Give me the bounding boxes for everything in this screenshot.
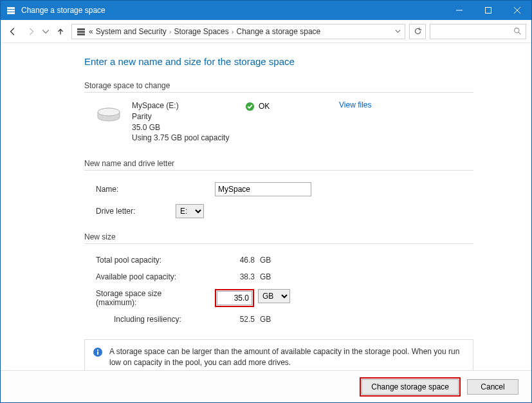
title-bar: Change a storage space — [1, 1, 531, 20]
storage-size-input[interactable] — [217, 291, 252, 305]
name-input[interactable] — [215, 182, 311, 196]
svg-point-13 — [98, 108, 120, 116]
drive-letter-label: Drive letter: — [96, 207, 176, 216]
recent-dropdown[interactable] — [42, 24, 50, 39]
hard-drive-icon — [96, 100, 122, 124]
back-button[interactable] — [6, 24, 20, 39]
space-type: Parity — [132, 111, 235, 122]
name-label: Name: — [96, 185, 215, 194]
breadcrumb-item[interactable]: Storage Spaces — [174, 27, 228, 36]
svg-rect-4 — [485, 8, 491, 14]
status-text: OK — [259, 102, 270, 111]
page-heading: Enter a new name and size for the storag… — [84, 56, 473, 67]
section-new-name: New name and drive letter — [84, 159, 473, 171]
info-text: A storage space can be larger than the a… — [109, 346, 465, 368]
svg-rect-2 — [7, 12, 15, 14]
breadcrumb-item[interactable]: Change a storage space — [236, 27, 320, 36]
nav-bar: « System and Security › Storage Spaces ›… — [1, 20, 531, 43]
address-bar[interactable]: « System and Security › Storage Spaces ›… — [71, 24, 405, 39]
close-button[interactable] — [502, 1, 531, 20]
forward-button[interactable] — [24, 24, 38, 39]
total-capacity-value: 46.8 — [215, 256, 260, 265]
gb-unit: GB — [260, 272, 286, 281]
resiliency-value: 52.5 — [215, 315, 260, 324]
address-dropdown-icon[interactable] — [395, 27, 401, 36]
highlight-size-input — [215, 289, 254, 307]
content-area: Enter a new name and size for the storag… — [1, 43, 531, 370]
svg-line-11 — [518, 32, 520, 34]
drive-stack-icon — [76, 26, 86, 37]
svg-rect-1 — [7, 10, 15, 12]
info-icon — [93, 347, 103, 357]
highlight-primary-button: Change storage space — [360, 377, 461, 397]
breadcrumb-prefix: « — [89, 27, 93, 36]
svg-rect-0 — [7, 7, 15, 9]
app-icon — [6, 5, 16, 15]
drive-letter-select[interactable]: E: — [176, 204, 204, 218]
size-unit-select[interactable]: GB — [258, 289, 290, 303]
space-size: 35.0 GB — [132, 122, 235, 133]
storage-space-info: MySpace (E:) Parity 35.0 GB Using 3.75 G… — [84, 100, 473, 144]
cancel-button[interactable]: Cancel — [467, 379, 518, 395]
ok-check-icon — [245, 102, 255, 111]
svg-rect-8 — [77, 31, 85, 33]
section-space-to-change: Storage space to change — [84, 81, 473, 93]
svg-point-10 — [515, 28, 519, 33]
space-usage: Using 3.75 GB pool capacity — [132, 133, 235, 144]
svg-rect-7 — [77, 28, 85, 30]
svg-rect-17 — [97, 350, 98, 351]
available-capacity-value: 38.3 — [215, 272, 260, 281]
info-note: A storage space can be larger than the a… — [84, 339, 473, 370]
chevron-right-icon: › — [232, 28, 234, 35]
search-box[interactable] — [430, 24, 526, 39]
svg-rect-16 — [97, 351, 98, 355]
footer-bar: Change storage space Cancel — [1, 370, 531, 402]
available-capacity-label: Available pool capacity: — [96, 272, 215, 281]
window-title: Change a storage space — [21, 6, 105, 15]
up-button[interactable] — [53, 24, 68, 39]
storage-size-label: Storage space size(maximum): — [96, 289, 215, 307]
view-files-link[interactable]: View files — [339, 100, 371, 109]
section-new-size: New size — [84, 232, 473, 244]
total-capacity-label: Total pool capacity: — [96, 256, 215, 265]
svg-rect-9 — [77, 33, 85, 35]
resiliency-label: Including resiliency: — [114, 315, 215, 324]
change-storage-space-button[interactable]: Change storage space — [362, 379, 459, 395]
refresh-button[interactable] — [409, 24, 426, 39]
space-name: MySpace (E:) — [132, 100, 235, 111]
maximize-button[interactable] — [473, 1, 502, 20]
chevron-right-icon: › — [169, 28, 172, 35]
search-icon — [513, 27, 522, 35]
gb-unit: GB — [260, 256, 286, 265]
minimize-button[interactable] — [445, 1, 473, 20]
gb-unit: GB — [260, 315, 286, 324]
breadcrumb-item[interactable]: System and Security — [96, 27, 167, 36]
